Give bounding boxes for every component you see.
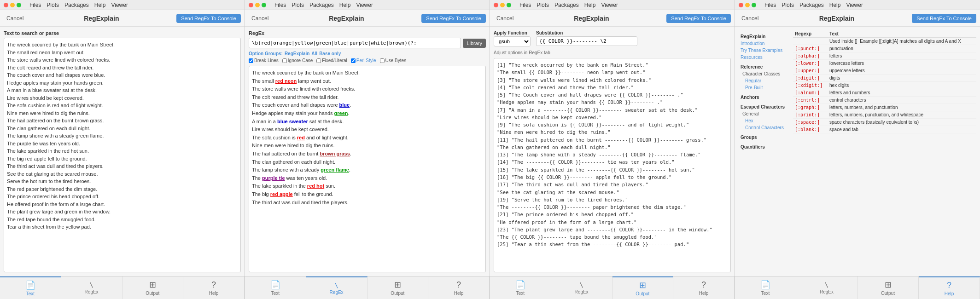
tab-text-4[interactable]: 📄 Text — [735, 276, 796, 299]
menu-viewer-4[interactable]: Viewer — [846, 2, 863, 8]
tab-output-4[interactable]: ⊞ Output — [858, 276, 919, 299]
tab-output-3[interactable]: ⊞ Output — [612, 276, 674, 299]
menu-packages-4[interactable]: Packages — [799, 2, 824, 8]
send-button-1[interactable]: Send RegEx To Console — [176, 14, 241, 23]
nav-prebuilt[interactable]: Pre-Built — [739, 84, 789, 91]
maximize-button-4[interactable] — [752, 3, 756, 7]
text-icon-3: 📄 — [515, 280, 525, 290]
cb-ignore-case[interactable]: Ignore Case — [282, 58, 313, 63]
menu-viewer-2[interactable]: Viewer — [356, 2, 373, 8]
text-line-13: The lamp shone with a steady green flame… — [7, 132, 238, 140]
out-line-11: [11] "The hail pattered on the burnt ---… — [497, 136, 728, 144]
menu-packages-3[interactable]: Packages — [554, 2, 579, 8]
menu-help-1[interactable]: Help — [94, 2, 106, 8]
menu-files-4[interactable]: Files — [764, 2, 776, 8]
regex-input[interactable] — [249, 38, 461, 48]
menu-files-2[interactable]: Files — [274, 2, 286, 8]
close-button-4[interactable] — [739, 3, 743, 7]
tab-help-4[interactable]: ? Help — [919, 276, 980, 299]
cb-perl[interactable]: Perl Style — [351, 58, 376, 63]
text-line-7: A man in a blue sweater sat at the desk. — [7, 86, 238, 94]
menu-help-3[interactable]: Help — [584, 2, 596, 8]
regex-result-area[interactable]: The wreck occurred by the bank on Main S… — [249, 66, 486, 272]
library-button[interactable]: Library — [463, 39, 486, 48]
option-base[interactable]: Base only — [319, 51, 341, 56]
tab-regex-label-1: RegEx — [85, 289, 99, 294]
nav-regular[interactable]: Regular — [739, 77, 789, 84]
tab-help-2[interactable]: ? Help — [428, 276, 490, 299]
tab-regex-1[interactable]: \ RegEx — [61, 276, 122, 299]
maximize-button-1[interactable] — [17, 3, 21, 7]
regex-panel-content: RegEx Library Option Groups: RegExplain … — [245, 27, 490, 276]
close-button-2[interactable] — [249, 3, 253, 7]
out-line-21: [21] "The prince ordered his head choppe… — [497, 211, 728, 218]
send-button-4[interactable]: Send RegEx To Console — [912, 14, 976, 23]
minimize-button-4[interactable] — [745, 3, 750, 7]
menu-help-2[interactable]: Help — [339, 2, 351, 8]
tab-text-3[interactable]: 📄 Text — [490, 276, 551, 299]
nav-hex[interactable]: Hex — [739, 117, 789, 124]
option-regexplain[interactable]: RegExplain — [285, 51, 309, 56]
tab-help-3[interactable]: ? Help — [673, 276, 735, 299]
nav-try-examples[interactable]: Try These Examples — [739, 47, 789, 54]
table-row: [:blank:] space and tab — [793, 126, 976, 133]
menu-plots-2[interactable]: Plots — [292, 2, 304, 8]
menu-packages-1[interactable]: Packages — [64, 2, 89, 8]
cb-fixed[interactable]: Fixed/Literal — [316, 58, 347, 63]
minimize-button-1[interactable] — [10, 3, 15, 7]
output-result-area[interactable]: [1] "The wreck occurred by the bank on M… — [494, 58, 731, 272]
tab-regex-3[interactable]: \ RegEx — [551, 276, 612, 299]
rline-8: Lire wires should be kept covered. — [252, 126, 483, 134]
menu-plots-3[interactable]: Plots — [537, 2, 549, 8]
close-button-1[interactable] — [4, 3, 8, 7]
table-row: [:punct:] punctuation — [793, 45, 976, 52]
menu-help-4[interactable]: Help — [829, 2, 841, 8]
nav-resources[interactable]: Resources — [739, 54, 789, 61]
help-icon-3: ? — [701, 280, 706, 290]
out-line-17: [17] "The third act was dull and tired t… — [497, 181, 728, 188]
menu-files-3[interactable]: Files — [519, 2, 531, 8]
help-content: RegExplain Introduction Try These Exampl… — [739, 30, 976, 272]
menu-plots-1[interactable]: Plots — [47, 2, 59, 8]
tab-output-2[interactable]: ⊞ Output — [368, 276, 429, 299]
close-button-3[interactable] — [494, 3, 498, 7]
tab-output-1[interactable]: ⊞ Output — [122, 276, 184, 299]
menu-plots-4[interactable]: Plots — [782, 2, 794, 8]
text-area[interactable]: The wreck occurred by the bank on Main S… — [4, 38, 241, 272]
cb-break-lines[interactable]: Break Lines — [249, 58, 279, 63]
substitution-input[interactable] — [536, 36, 637, 46]
rline-13: The lamp shone with a steady green flame… — [252, 166, 483, 174]
cancel-button-1[interactable]: Cancel — [4, 14, 26, 23]
menu-packages-2[interactable]: Packages — [309, 2, 334, 8]
menu-viewer-3[interactable]: Viewer — [601, 2, 618, 8]
menu-files-1[interactable]: Files — [29, 2, 41, 8]
text-line-18: See the cat glaring at the scared mouse. — [7, 170, 238, 178]
menu-viewer-1[interactable]: Viewer — [111, 2, 128, 8]
option-all[interactable]: All — [311, 51, 317, 56]
maximize-button-2[interactable] — [262, 3, 266, 7]
cancel-button-2[interactable]: Cancel — [249, 14, 271, 23]
minimize-button-3[interactable] — [500, 3, 505, 7]
tab-regex-4[interactable]: \ RegEx — [796, 276, 858, 299]
cell-regexp: [:lower:] — [793, 60, 828, 67]
cell-text: digits — [828, 75, 976, 82]
tab-help-1[interactable]: ? Help — [183, 276, 245, 299]
text-line-9: The sofa cushion is red and of light wei… — [7, 102, 238, 109]
cancel-button-3[interactable]: Cancel — [494, 14, 516, 23]
tab-help-label-2: Help — [454, 291, 464, 296]
rline-10: Nine men were hired to dig the ruins. — [252, 142, 483, 150]
tab-text-1[interactable]: 📄 Text — [0, 276, 61, 299]
send-button-3[interactable]: Send RegEx To Console — [666, 14, 731, 23]
minimize-button-2[interactable] — [255, 3, 260, 7]
tab-regex-2[interactable]: \ RegEx — [306, 276, 368, 299]
send-button-2[interactable]: Send RegEx To Console — [421, 14, 486, 23]
apply-function-select[interactable]: gsub sub grep grepl — [494, 36, 531, 46]
nav-introduction[interactable]: Introduction — [739, 40, 789, 47]
cb-bytes[interactable]: Use Bytes — [380, 58, 407, 63]
tab-text-2[interactable]: 📄 Text — [245, 276, 306, 299]
out-line-22: "He offered proof in the form of a lsrge… — [497, 218, 728, 226]
cancel-button-4[interactable]: Cancel — [739, 14, 761, 23]
table-row: [:upper:] uppercase letters — [793, 67, 976, 75]
maximize-button-3[interactable] — [507, 3, 511, 7]
nav-control-chars[interactable]: Control Characters — [739, 124, 789, 131]
